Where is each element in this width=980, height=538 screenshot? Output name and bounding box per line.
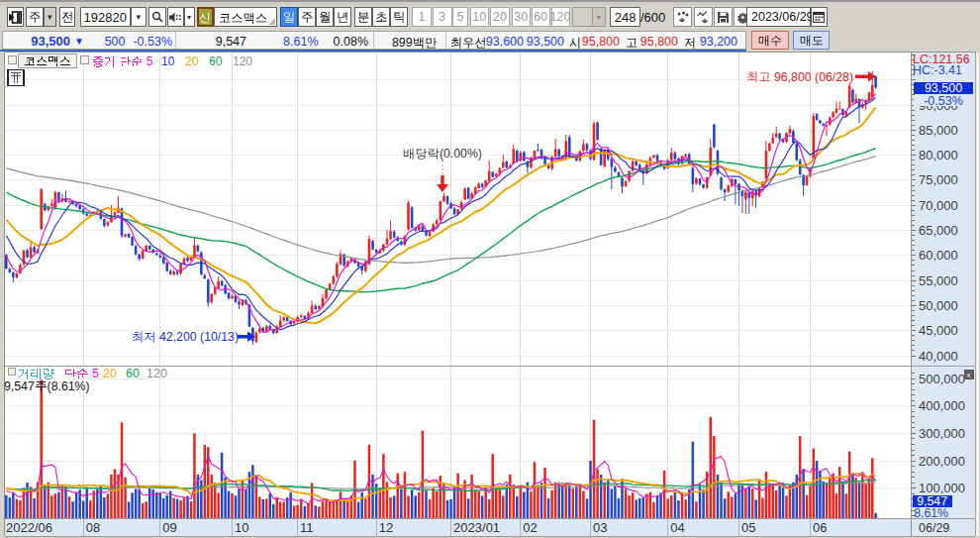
svg-text:5: 5 (143, 54, 152, 68)
svg-text:75,000: 75,000 (919, 172, 958, 187)
svg-text:96,800 (06/28): 96,800 (06/28) (771, 70, 853, 84)
svg-text:2023/01: 2023/01 (453, 520, 500, 535)
svg-text:60,000: 60,000 (919, 248, 958, 263)
svg-text:93,500: 93,500 (925, 81, 962, 95)
svg-text:50,000: 50,000 (919, 298, 958, 313)
svg-text:04: 04 (670, 520, 684, 535)
svg-text:60: 60 (126, 367, 140, 380)
svg-text:12: 12 (379, 520, 393, 535)
svg-text:2022/06: 2022/06 (6, 520, 52, 535)
svg-text:(8.61%): (8.61%) (48, 379, 90, 393)
svg-text:x: x (967, 371, 971, 379)
svg-text:20: 20 (185, 54, 199, 68)
svg-text:(0.00%): (0.00%) (440, 147, 482, 161)
svg-text:42,200 (10/13): 42,200 (10/13) (156, 330, 239, 344)
svg-text:9,547: 9,547 (4, 379, 35, 393)
svg-text:08: 08 (86, 520, 100, 535)
svg-text:-0.53%: -0.53% (924, 94, 963, 108)
svg-text:06/29: 06/29 (919, 521, 949, 535)
svg-text:05: 05 (741, 520, 755, 535)
svg-text:20: 20 (103, 367, 117, 380)
svg-text:11: 11 (300, 520, 314, 535)
svg-text:03: 03 (593, 520, 607, 535)
svg-text:10: 10 (235, 520, 248, 535)
svg-text:200,000: 200,000 (919, 454, 965, 469)
svg-text:45,000: 45,000 (919, 323, 958, 338)
svg-text:HC:-3.41: HC:-3.41 (913, 63, 962, 77)
svg-text:500,000: 500,000 (919, 372, 965, 386)
svg-text:85,000: 85,000 (919, 123, 958, 138)
svg-text:400,000: 400,000 (919, 398, 965, 413)
svg-text:899: 899 (392, 36, 413, 50)
svg-text:120: 120 (147, 367, 167, 380)
svg-text:09: 09 (162, 520, 176, 535)
svg-text:70,000: 70,000 (919, 198, 958, 213)
svg-text:06: 06 (813, 520, 827, 535)
svg-text:300,000: 300,000 (919, 426, 965, 441)
svg-text:65,000: 65,000 (919, 223, 958, 238)
svg-text:10: 10 (161, 54, 175, 68)
svg-text:40,000: 40,000 (919, 349, 958, 364)
svg-text:60: 60 (209, 54, 223, 68)
svg-text:80,000: 80,000 (919, 148, 958, 162)
svg-text:02: 02 (523, 520, 537, 535)
svg-text:8.61%: 8.61% (914, 506, 948, 520)
svg-text:5: 5 (89, 367, 99, 380)
svg-text:55,000: 55,000 (919, 273, 958, 288)
svg-text:120: 120 (233, 54, 252, 68)
